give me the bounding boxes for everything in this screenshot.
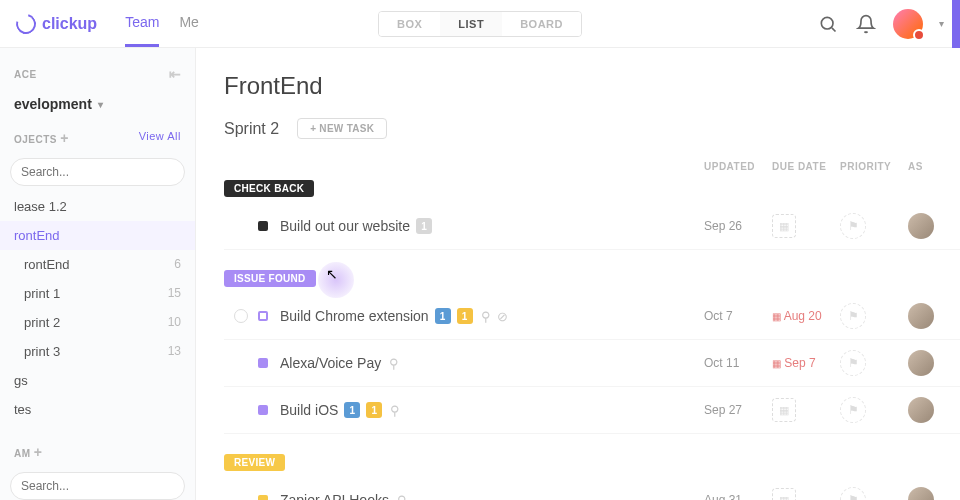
- assignee-avatar[interactable]: [908, 487, 934, 500]
- task-name[interactable]: Build Chrome extension: [280, 308, 429, 324]
- task-row[interactable]: Alexa/Voice Pay⚲Oct 11▦ Sep 7⚑: [224, 340, 960, 387]
- task-name[interactable]: Zapier API Hooks: [280, 492, 389, 500]
- notification-dot: [913, 29, 925, 41]
- assignee-avatar[interactable]: [908, 350, 934, 376]
- assignee-avatar[interactable]: [908, 213, 934, 239]
- sidebar-search: [10, 158, 185, 186]
- nav-tabs: Team Me: [125, 0, 199, 47]
- sidebar: ACE ⇤ evelopment ▾ OJECTS + View All lea…: [0, 48, 196, 500]
- assignee-cell[interactable]: [908, 487, 948, 500]
- priority-cell[interactable]: ⚑: [840, 350, 908, 376]
- topbar-right: ▾: [817, 9, 944, 39]
- chevron-down-icon[interactable]: ▾: [939, 18, 944, 29]
- status-pill[interactable]: CHECK BACK: [224, 180, 314, 197]
- view-board[interactable]: BOARD: [502, 12, 581, 36]
- priority-cell[interactable]: ⚑: [840, 213, 908, 239]
- link-icon[interactable]: ⊘: [497, 309, 508, 324]
- sidebar-item[interactable]: print 115: [0, 279, 195, 308]
- view-all-link[interactable]: View All: [139, 130, 181, 146]
- due-date-empty[interactable]: ▦: [772, 488, 840, 500]
- logo[interactable]: clickup: [16, 14, 97, 34]
- sidebar-item[interactable]: rontEnd6: [0, 250, 195, 279]
- sidebar-item[interactable]: gs: [0, 366, 195, 395]
- sidebar-item[interactable]: rontEnd: [0, 221, 195, 250]
- team-label: AM: [14, 448, 31, 459]
- attachment-icon[interactable]: ⚲: [390, 403, 400, 418]
- brand-text: clickup: [42, 15, 97, 33]
- svg-point-0: [821, 17, 833, 29]
- space-label-text: ACE: [14, 69, 37, 80]
- sidebar-team-search: [10, 472, 185, 500]
- topbar: clickup Team Me BOX LIST BOARD ▾: [0, 0, 960, 48]
- add-project-icon[interactable]: +: [60, 130, 69, 146]
- status-square[interactable]: [258, 221, 268, 231]
- avatar[interactable]: [893, 9, 923, 39]
- sidebar-item[interactable]: tes: [0, 395, 195, 424]
- assignee-cell[interactable]: [908, 350, 948, 376]
- priority-cell[interactable]: ⚑: [840, 303, 908, 329]
- assignee-avatar[interactable]: [908, 303, 934, 329]
- column-headers: UPDATED DUE DATE PRIORITY AS: [224, 161, 960, 172]
- due-date-empty[interactable]: ▦: [772, 214, 840, 238]
- sidebar-space-label: ACE ⇤: [0, 60, 195, 88]
- assignee-avatar[interactable]: [908, 397, 934, 423]
- task-group: ISSUE FOUNDBuild Chrome extension11⚲⊘Oct…: [224, 268, 960, 434]
- updated-date: Sep 27: [704, 403, 772, 417]
- nav-tab-me[interactable]: Me: [179, 0, 198, 47]
- sidebar-team-header: AM +: [0, 434, 195, 466]
- logo-icon: [12, 10, 39, 37]
- space-name-text: evelopment: [14, 96, 92, 112]
- task-group: CHECK BACKBuild out our website1Sep 26▦⚑: [224, 178, 960, 250]
- main-content: FrontEnd Sprint 2 + NEW TASK UPDATED DUE…: [196, 48, 960, 500]
- updated-date: Aug 31: [704, 493, 772, 500]
- projects-label: OJECTS: [14, 134, 57, 145]
- due-date[interactable]: ▦ Sep 7: [772, 356, 840, 370]
- view-box[interactable]: BOX: [379, 12, 440, 36]
- task-name[interactable]: Build iOS: [280, 402, 338, 418]
- new-task-button[interactable]: + NEW TASK: [297, 118, 387, 139]
- assignee-cell[interactable]: [908, 213, 948, 239]
- task-row[interactable]: Build Chrome extension11⚲⊘Oct 7▦ Aug 20⚑: [224, 293, 960, 340]
- status-square[interactable]: [258, 405, 268, 415]
- bell-icon[interactable]: [855, 13, 877, 35]
- status-pill[interactable]: REVIEW: [224, 454, 285, 471]
- updated-date: Oct 7: [704, 309, 772, 323]
- priority-cell[interactable]: ⚑: [840, 397, 908, 423]
- updated-date: Sep 26: [704, 219, 772, 233]
- sidebar-search-input[interactable]: [10, 158, 185, 186]
- priority-cell[interactable]: ⚑: [840, 487, 908, 500]
- due-date[interactable]: ▦ Aug 20: [772, 309, 840, 323]
- sidebar-item[interactable]: print 210: [0, 308, 195, 337]
- sidebar-item[interactable]: lease 1.2: [0, 192, 195, 221]
- search-icon[interactable]: [817, 13, 839, 35]
- task-name[interactable]: Build out our website: [280, 218, 410, 234]
- attachment-icon[interactable]: ⚲: [397, 493, 407, 501]
- view-list[interactable]: LIST: [440, 12, 502, 36]
- sidebar-team-search-input[interactable]: [10, 472, 185, 500]
- accent-bar: [952, 0, 960, 48]
- task-row[interactable]: Build iOS11⚲Sep 27▦⚑: [224, 387, 960, 434]
- status-square[interactable]: [258, 311, 268, 321]
- attachment-icon[interactable]: ⚲: [481, 309, 491, 324]
- sidebar-item[interactable]: print 313: [0, 337, 195, 366]
- collapse-icon[interactable]: ⇤: [169, 66, 182, 82]
- select-circle[interactable]: [234, 309, 248, 323]
- task-row[interactable]: Build out our website1Sep 26▦⚑: [224, 203, 960, 250]
- page-title: FrontEnd: [224, 72, 960, 100]
- add-team-icon[interactable]: +: [34, 444, 43, 460]
- task-group: REVIEWZapier API Hooks⚲Aug 31▦⚑Sprint Pl…: [224, 452, 960, 500]
- assignee-cell[interactable]: [908, 397, 948, 423]
- sidebar-space-name[interactable]: evelopment ▾: [0, 88, 195, 120]
- status-square[interactable]: [258, 358, 268, 368]
- sidebar-projects-header: OJECTS + View All: [0, 120, 195, 152]
- task-row[interactable]: Zapier API Hooks⚲Aug 31▦⚑: [224, 477, 960, 500]
- status-pill[interactable]: ISSUE FOUND: [224, 270, 316, 287]
- task-name[interactable]: Alexa/Voice Pay: [280, 355, 381, 371]
- sprint-title: Sprint 2: [224, 120, 279, 138]
- nav-tab-team[interactable]: Team: [125, 0, 159, 47]
- due-date-empty[interactable]: ▦: [772, 398, 840, 422]
- attachment-icon[interactable]: ⚲: [389, 356, 399, 371]
- assignee-cell[interactable]: [908, 303, 948, 329]
- col-priority: PRIORITY: [840, 161, 908, 172]
- status-square[interactable]: [258, 495, 268, 500]
